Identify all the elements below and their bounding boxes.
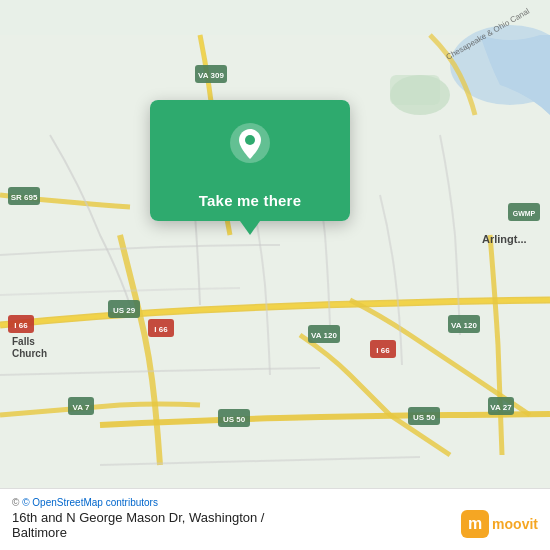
svg-text:I 66: I 66 [376, 346, 390, 355]
take-me-there-button[interactable]: Take me there [150, 180, 350, 221]
svg-text:VA 120: VA 120 [311, 331, 337, 340]
popup-tail [240, 221, 260, 235]
svg-text:I 66: I 66 [14, 321, 28, 330]
svg-text:US 29: US 29 [113, 306, 136, 315]
svg-text:I 66: I 66 [154, 325, 168, 334]
popup-header [150, 100, 350, 180]
svg-point-35 [245, 135, 255, 145]
svg-text:VA 7: VA 7 [73, 403, 90, 412]
map-container: SR 695 VA 309 US 29 I 66 I 66 I 66 VA 12… [0, 0, 550, 550]
svg-rect-3 [390, 75, 440, 105]
svg-text:SR 695: SR 695 [11, 193, 38, 202]
svg-text:GWMP: GWMP [513, 210, 536, 217]
svg-text:VA 309: VA 309 [198, 71, 224, 80]
copyright-text: © © OpenStreetMap contributors [12, 497, 538, 508]
copyright-symbol: © [12, 497, 19, 508]
svg-text:VA 120: VA 120 [451, 321, 477, 330]
address-text: 16th and N George Mason Dr, Washington /… [12, 510, 538, 540]
svg-text:Arlingt...: Arlingt... [482, 233, 527, 245]
map-background: SR 695 VA 309 US 29 I 66 I 66 I 66 VA 12… [0, 0, 550, 550]
osm-link[interactable]: © OpenStreetMap contributors [22, 497, 158, 508]
svg-text:US 50: US 50 [223, 415, 246, 424]
moovit-logo: m moovit [461, 510, 538, 538]
svg-text:VA 27: VA 27 [490, 403, 512, 412]
svg-text:Church: Church [12, 348, 47, 359]
svg-text:US 50: US 50 [413, 413, 436, 422]
moovit-icon: m [461, 510, 489, 538]
moovit-text: moovit [492, 516, 538, 532]
popup-card: Take me there [150, 100, 350, 221]
location-pin-icon [228, 121, 272, 165]
svg-text:Falls: Falls [12, 336, 35, 347]
